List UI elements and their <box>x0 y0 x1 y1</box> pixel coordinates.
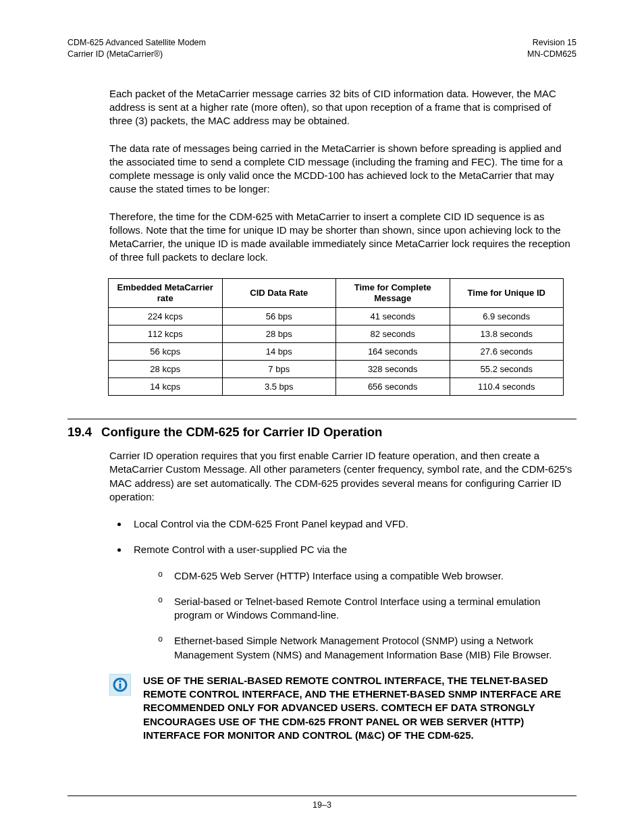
page-number: 19–3 <box>313 800 331 810</box>
header-left: CDM-625 Advanced Satellite Modem Carrier… <box>68 37 206 60</box>
config-methods-list: Local Control via the CDM-625 Front Pane… <box>128 517 576 662</box>
section-title: Configure the CDM-625 for Carrier ID Ope… <box>101 425 382 440</box>
table-cell: 28 bps <box>222 325 336 343</box>
info-icon <box>109 674 131 696</box>
svg-rect-1 <box>119 683 122 689</box>
table-cell: 14 bps <box>222 343 336 361</box>
page-footer: 19–3 <box>68 796 576 810</box>
section-number: 19.4 <box>68 425 92 440</box>
table-cell: 56 bps <box>222 308 336 325</box>
table-header: CID Data Rate <box>222 278 336 308</box>
paragraph-1: Each packet of the MetaCarrier message c… <box>109 87 576 128</box>
section-heading: 19.4 Configure the CDM-625 for Carrier I… <box>68 425 576 440</box>
table-header: Time for Complete Message <box>336 278 450 308</box>
table-row: 14 kcps 3.5 bps 656 seconds 110.4 second… <box>109 378 564 396</box>
table-cell: 224 kcps <box>109 308 223 325</box>
table-cell: 7 bps <box>222 361 336 378</box>
table-cell: 110.4 seconds <box>450 378 564 396</box>
table-header: Embedded MetaCarrier rate <box>109 278 223 308</box>
paragraph-2: The data rate of messages being carried … <box>109 142 576 197</box>
table-cell: 112 kcps <box>109 325 223 343</box>
header-right-line1: Revision 15 <box>527 37 576 49</box>
table-cell: 6.9 seconds <box>450 308 564 325</box>
table-cell: 28 kcps <box>109 361 223 378</box>
list-item: CDM-625 Web Server (HTTP) Interface usin… <box>158 569 576 583</box>
header-left-line2: Carrier ID (MetaCarrier®) <box>68 49 206 60</box>
table-cell: 27.6 seconds <box>450 343 564 361</box>
table-row: 56 kcps 14 bps 164 seconds 27.6 seconds <box>109 343 564 361</box>
advisory-note-text: USE OF THE SERIAL-BASED REMOTE CONTROL I… <box>143 674 576 742</box>
page-header: CDM-625 Advanced Satellite Modem Carrier… <box>68 37 576 60</box>
section-intro: Carrier ID operation requires that you f… <box>109 449 576 504</box>
table-cell: 328 seconds <box>336 361 450 378</box>
list-item-text: Ethernet-based Simple Network Management… <box>174 635 552 660</box>
table-row: 224 kcps 56 bps 41 seconds 6.9 seconds <box>109 308 564 325</box>
table-cell: 82 seconds <box>336 325 450 343</box>
table-cell: 13.8 seconds <box>450 325 564 343</box>
table-header-row: Embedded MetaCarrier rate CID Data Rate … <box>109 278 564 308</box>
list-item: Local Control via the CDM-625 Front Pane… <box>128 517 576 531</box>
table-row: 28 kcps 7 bps 328 seconds 55.2 seconds <box>109 361 564 378</box>
list-item-text: Serial-based or Telnet-based Remote Cont… <box>174 596 541 621</box>
list-item-text: Remote Control with a user-supplied PC v… <box>134 544 347 555</box>
advisory-note: USE OF THE SERIAL-BASED REMOTE CONTROL I… <box>109 674 576 742</box>
table-cell: 656 seconds <box>336 378 450 396</box>
table-cell: 164 seconds <box>336 343 450 361</box>
table-header: Time for Unique ID <box>450 278 564 308</box>
table-cell: 55.2 seconds <box>450 361 564 378</box>
svg-point-2 <box>119 680 121 682</box>
remote-control-sublist: CDM-625 Web Server (HTTP) Interface usin… <box>158 569 576 662</box>
list-item-text: Local Control via the CDM-625 Front Pane… <box>134 518 408 529</box>
list-item: Serial-based or Telnet-based Remote Cont… <box>158 595 576 623</box>
table-cell: 14 kcps <box>109 378 223 396</box>
table-cell: 56 kcps <box>109 343 223 361</box>
list-item: Remote Control with a user-supplied PC v… <box>128 543 576 662</box>
table-cell: 41 seconds <box>336 308 450 325</box>
paragraph-3: Therefore, the time for the CDM-625 with… <box>109 210 576 265</box>
list-item-text: CDM-625 Web Server (HTTP) Interface usin… <box>174 570 504 581</box>
header-right-line2: MN-CDM625 <box>527 49 576 60</box>
table-cell: 3.5 bps <box>222 378 336 396</box>
header-right: Revision 15 MN-CDM625 <box>527 37 576 60</box>
header-left-line1: CDM-625 Advanced Satellite Modem <box>68 37 206 49</box>
metacarrier-rate-table: Embedded MetaCarrier rate CID Data Rate … <box>108 278 564 396</box>
list-item: Ethernet-based Simple Network Management… <box>158 634 576 662</box>
section-divider <box>68 419 576 419</box>
table-row: 112 kcps 28 bps 82 seconds 13.8 seconds <box>109 325 564 343</box>
